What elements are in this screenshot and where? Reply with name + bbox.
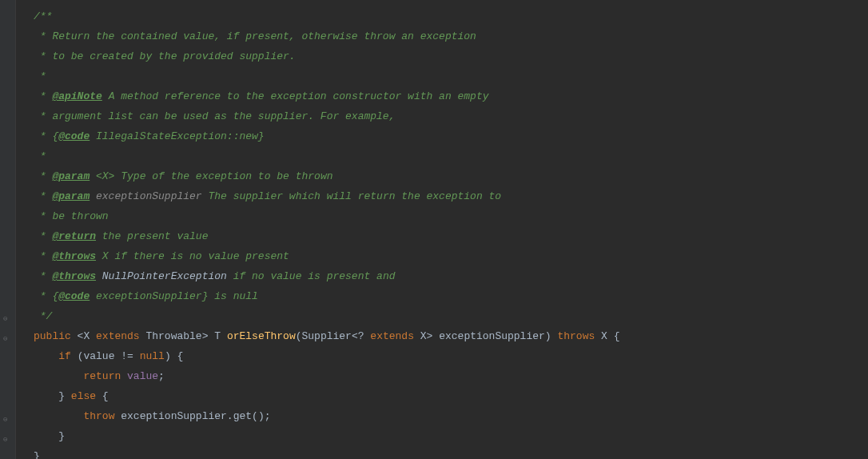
- operator-neq: !=: [121, 350, 139, 362]
- code-line[interactable]: * {@code exceptionSupplier} is null: [34, 286, 868, 306]
- javadoc-type-param: <X>: [90, 170, 114, 182]
- gutter-marker-icon: ⊖: [3, 329, 13, 339]
- code-line[interactable]: public <X extends Throwable> T orElseThr…: [34, 326, 868, 346]
- return-type: T: [214, 330, 227, 342]
- javadoc-class-ref: NullPointerException: [96, 270, 227, 282]
- javadoc-tag-return: @return: [52, 230, 96, 242]
- comment-text: to be created by the provided supplier.: [52, 50, 295, 62]
- code-line[interactable]: /**: [34, 6, 868, 26]
- code-editor[interactable]: /** * Return the contained value, if pre…: [0, 0, 868, 459]
- param-name: exceptionSupplier: [439, 330, 545, 342]
- javadoc-param-name: exceptionSupplier: [90, 190, 201, 202]
- comment-text: IllegalStateException::new}: [90, 130, 264, 142]
- type-param: X: [414, 330, 427, 342]
- code-line[interactable]: */: [34, 306, 868, 326]
- keyword-extends: extends: [96, 330, 140, 342]
- code-line[interactable]: * {@code IllegalStateException::new}: [34, 126, 868, 146]
- generic-close: >: [427, 330, 440, 342]
- comment-text: A method reference to the exception cons…: [102, 90, 489, 102]
- field-value: value: [83, 350, 121, 362]
- javadoc-tag-param: @param: [52, 170, 90, 182]
- space: [121, 370, 127, 382]
- comment-text: if no value is present and: [227, 270, 396, 282]
- comment-prefix: *: [34, 190, 52, 202]
- code-line[interactable]: * Return the contained value, if present…: [34, 26, 868, 46]
- comment-prefix: *: [34, 30, 52, 42]
- comment-text: exceptionSupplier}: [90, 290, 208, 302]
- comment-prefix: *: [34, 270, 52, 282]
- brace-close: }: [58, 390, 71, 402]
- gutter-marker-icon: ⊖: [3, 309, 13, 319]
- comment-text: The supplier which will return the excep…: [202, 190, 501, 202]
- comment-empty: *: [34, 70, 46, 82]
- code-line[interactable]: * argument list can be used as the suppl…: [34, 106, 868, 126]
- code-line[interactable]: * @throws NullPointerException if no val…: [34, 266, 868, 286]
- paren-open: (: [71, 350, 84, 362]
- comment-prefix: *: [34, 230, 52, 242]
- comment-text: argument list can be used as the supplie…: [52, 110, 395, 122]
- code-line[interactable]: if (value != null) {: [34, 346, 868, 366]
- javadoc-tag-throws: @throws: [52, 270, 96, 282]
- code-line[interactable]: * be thrown: [34, 206, 868, 226]
- comment-text: be thrown: [52, 210, 108, 222]
- code-line[interactable]: * @param <X> Type of the exception to be…: [34, 166, 868, 186]
- code-line[interactable]: }: [34, 446, 868, 459]
- keyword-throws: throws: [557, 330, 595, 342]
- code-line[interactable]: throw exceptionSupplier.get();: [34, 406, 868, 426]
- comment-prefix: *: [34, 110, 52, 122]
- comment-start: /**: [34, 10, 52, 22]
- comment-prefix: *: [34, 290, 52, 302]
- gutter: ⊖ ⊖ ⊖ ⊖: [0, 0, 16, 459]
- generic-open: <: [71, 330, 84, 342]
- code-line[interactable]: * @return the present value: [34, 226, 868, 246]
- keyword-throw: throw: [83, 410, 114, 422]
- comment-end: */: [34, 310, 52, 322]
- javadoc-tag-throws: @throws: [52, 250, 96, 262]
- javadoc-tag-param: @param: [52, 190, 90, 202]
- comment-prefix: *: [34, 170, 52, 182]
- comment-prefix: *: [34, 90, 52, 102]
- semicolon: ;: [265, 410, 271, 422]
- type-throwable: Throwable: [140, 330, 202, 342]
- code-line[interactable]: return value;: [34, 366, 868, 386]
- paren-close: ): [165, 350, 177, 362]
- paren-open: (: [296, 330, 302, 342]
- brace-open: {: [96, 390, 109, 402]
- code-line[interactable]: * @param exceptionSupplier The supplier …: [34, 186, 868, 206]
- javadoc-tag-apinote: @apiNote: [52, 90, 102, 102]
- comment-prefix: *: [34, 250, 52, 262]
- code-line[interactable]: * @apiNote A method reference to the exc…: [34, 86, 868, 106]
- brace-close: }: [58, 430, 65, 442]
- comment-text: is null: [208, 290, 257, 302]
- type-param: X: [595, 330, 613, 342]
- code-line[interactable]: *: [34, 66, 868, 86]
- keyword-if: if: [58, 350, 71, 362]
- brace-close: }: [34, 450, 40, 459]
- comment-text: X if there is no value present: [96, 250, 289, 262]
- generic-close: >: [202, 330, 215, 342]
- comment-prefix: *: [34, 210, 52, 222]
- code-line[interactable]: *: [34, 146, 868, 166]
- gutter-marker-icon: ⊖: [3, 430, 13, 440]
- code-line[interactable]: * @throws X if there is no value present: [34, 246, 868, 266]
- generic-open: <: [352, 330, 358, 342]
- code-line[interactable]: } else {: [34, 386, 868, 406]
- comment-prefix: *: [34, 130, 52, 142]
- type-supplier: Supplier: [302, 330, 352, 342]
- javadoc-tag-code: @code: [58, 290, 90, 302]
- brace-open: {: [614, 330, 620, 342]
- keyword-null: null: [140, 350, 165, 362]
- type-param: X: [83, 330, 96, 342]
- keyword-public: public: [34, 330, 71, 342]
- field-value: value: [127, 370, 158, 382]
- keyword-extends: extends: [370, 330, 414, 342]
- comment-text: Return the contained value, if present, …: [52, 30, 476, 42]
- wildcard: ?: [358, 330, 371, 342]
- code-line[interactable]: }: [34, 426, 868, 446]
- keyword-return: return: [83, 370, 121, 382]
- gutter-marker-icon: ⊖: [3, 410, 13, 420]
- brace-open: {: [177, 350, 183, 362]
- method-name: orElseThrow: [227, 330, 296, 342]
- code-line[interactable]: * to be created by the provided supplier…: [34, 46, 868, 66]
- semicolon: ;: [158, 370, 165, 382]
